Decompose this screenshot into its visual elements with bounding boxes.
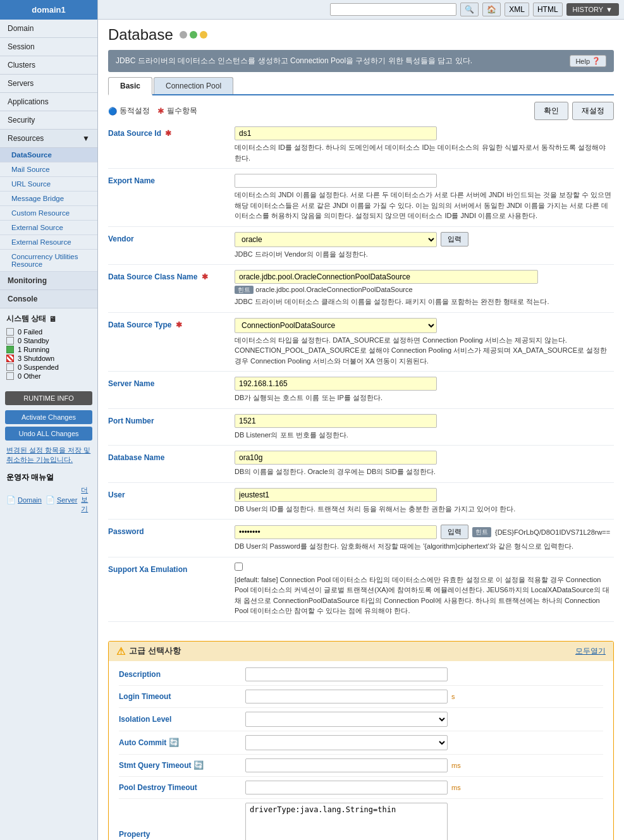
- top-search-input[interactable]: [330, 3, 456, 16]
- search-icon-button[interactable]: 🔍: [460, 3, 479, 16]
- advanced-toggle[interactable]: 모두열기: [575, 646, 606, 657]
- adv-input-login-timeout[interactable]: [245, 690, 448, 703]
- sidebar-item-external-source[interactable]: External Source: [0, 221, 97, 235]
- undo-changes-button[interactable]: Undo ALL Changes: [5, 427, 93, 441]
- field-data-source-id: Data Source Id ✱ 데이터소스의 ID를 설정한다. 하나의 도메…: [108, 126, 614, 169]
- sidebar-item-external-resource[interactable]: External Resource: [0, 235, 97, 250]
- adv-input-stmt-query-timeout[interactable]: [245, 758, 448, 772]
- form-area: 🔵 동적설정 ✱ 필수항목 확인 재설정 Data Source Id ✱ 데이…: [98, 95, 624, 633]
- form-confirm-button[interactable]: 확인: [534, 102, 568, 120]
- adv-field-pool-destroy-timeout: Pool Destroy Timeout ms: [119, 781, 603, 799]
- sidebar-domain-name[interactable]: domain1: [0, 0, 97, 20]
- adv-select-isolation-level[interactable]: [245, 712, 448, 727]
- sidebar-console[interactable]: Console: [0, 290, 97, 308]
- adv-input-description[interactable]: [245, 667, 448, 681]
- input-user[interactable]: [235, 488, 437, 502]
- field-user: User DB User의 ID를 설정한다. 트랜잭션 처리 등을 위해서는 …: [108, 488, 614, 520]
- desc-export-name: 데이터소스의 JNDI 이름을 설정한다. 서로 다른 두 데이터소스가 서로 …: [235, 190, 614, 221]
- sidebar-item-custom-resource[interactable]: Custom Resource: [0, 206, 97, 221]
- adv-label-pool-destroy-timeout: Pool Destroy Timeout: [119, 783, 245, 792]
- status-dot-shutdown: [6, 355, 14, 362]
- admin-server-link[interactable]: Server: [57, 496, 77, 504]
- adv-input-pool-destroy-timeout[interactable]: [245, 781, 448, 794]
- runtime-info-button[interactable]: RUNTIME INFO: [5, 391, 93, 405]
- label-vendor: Vendor: [108, 232, 235, 260]
- warning-icon: ⚠: [116, 645, 125, 657]
- field-vendor: Vendor oracle 입력 JDBC 드라이버 Vendor의 이름을 설…: [108, 232, 614, 265]
- tab-basic[interactable]: Basic: [108, 77, 152, 95]
- page-title: Database: [108, 26, 173, 44]
- sidebar-item-domain[interactable]: Domain: [0, 20, 97, 38]
- history-button[interactable]: HISTORY ▼: [566, 3, 619, 16]
- admin-manual-section: 운영자 매뉴얼 📄 Domain 📄 Server 더보기: [0, 467, 97, 519]
- input-database-name[interactable]: [235, 451, 437, 465]
- adv-select-auto-commit[interactable]: [245, 735, 448, 750]
- admin-domain-link[interactable]: Domain: [18, 496, 42, 504]
- tab-bar: Basic Connection Pool: [108, 77, 614, 95]
- hint-text-class-name: oracle.jdbc.pool.OracleConnectionPoolDat…: [255, 286, 412, 293]
- adv-field-isolation-level: Isolation Level: [119, 712, 603, 731]
- pending-changes-link[interactable]: 변경된 설정 항목을 저장 및 취소하는 기능입니다.: [0, 443, 97, 467]
- sidebar-item-applications[interactable]: Applications: [0, 93, 97, 111]
- input-server-name[interactable]: [235, 377, 437, 391]
- adv-label-login-timeout: Login Timeout: [119, 692, 245, 701]
- status-dot-other: [6, 372, 14, 380]
- status-item-suspended: 0 Suspended: [6, 363, 91, 371]
- select-vendor[interactable]: oracle: [235, 232, 437, 247]
- desc-data-source-type: 데이터소스의 타입을 설정한다. DATA_SOURCE로 설정하면 Conne…: [235, 335, 614, 367]
- label-data-source-type: Data Source Type ✱: [108, 318, 235, 367]
- sidebar-item-servers[interactable]: Servers: [0, 75, 97, 93]
- main-content: 🔍 🏠 XML HTML HISTORY ▼ Database JDBC 드라이…: [98, 0, 624, 840]
- adv-label-auto-commit: Auto Commit 🔄: [119, 738, 245, 747]
- field-database-name: Database Name DB의 이름을 설정한다. Oracle의 경우에는…: [108, 451, 614, 483]
- home-icon-button[interactable]: 🏠: [482, 3, 501, 16]
- adv-field-login-timeout: Login Timeout s: [119, 690, 603, 708]
- checkbox-support-xa-emulation[interactable]: [235, 563, 243, 571]
- input-data-source-class-name[interactable]: [235, 270, 538, 284]
- desc-data-source-class-name: JDBC 드라이버 데이터소스 클래스의 이름을 설정한다. 패키지 이름을 포…: [235, 296, 614, 307]
- admin-more-link[interactable]: 더보기: [81, 485, 91, 514]
- advanced-section: ⚠ 고급 선택사항 모두열기 Description Login Timeout…: [108, 641, 614, 841]
- vendor-input-button[interactable]: 입력: [441, 232, 468, 247]
- input-port-number[interactable]: [235, 414, 437, 428]
- top-bar: 🔍 🏠 XML HTML HISTORY ▼: [98, 0, 624, 20]
- sidebar-monitoring[interactable]: Monitoring: [0, 272, 97, 290]
- status-item-shutdown: 3 Shutdown: [6, 355, 91, 362]
- desc-database-name: DB의 이름을 설정한다. Oracle의 경우에는 DB의 SID를 설정한다…: [235, 466, 614, 477]
- field-data-source-class-name: Data Source Class Name ✱ 힌트 oracle.jdbc.…: [108, 270, 614, 313]
- label-data-source-class-name: Data Source Class Name ✱: [108, 270, 235, 307]
- help-button[interactable]: Help ❓: [570, 55, 606, 67]
- desc-password: DB User의 Password를 설정한다. 암호화해서 저장할 때에는 '…: [235, 541, 614, 552]
- password-input-button[interactable]: 입력: [441, 525, 468, 539]
- banner-text: JDBC 드라이버의 데이터소스 인스턴스를 생성하고 Connection P…: [116, 56, 472, 66]
- sidebar-item-security[interactable]: Security: [0, 111, 97, 130]
- field-data-source-type: Data Source Type ✱ ConnectionPoolDataSou…: [108, 318, 614, 372]
- sidebar-item-mail-source[interactable]: Mail Source: [0, 162, 97, 177]
- sidebar-item-concurrency[interactable]: Concurrency Utilities Resource: [0, 250, 97, 272]
- advanced-header[interactable]: ⚠ 고급 선택사항 모두열기: [109, 642, 613, 661]
- sidebar-item-message-bridge[interactable]: Message Bridge: [0, 192, 97, 206]
- sidebar-item-session[interactable]: Session: [0, 38, 97, 56]
- status-item-other: 0 Other: [6, 372, 91, 380]
- sidebar-item-resources[interactable]: Resources ▼: [0, 130, 97, 148]
- activate-changes-button[interactable]: Activate Changes: [5, 410, 93, 424]
- hint-badge-class-name: 힌트: [235, 286, 254, 294]
- sidebar-item-clusters[interactable]: Clusters: [0, 56, 97, 75]
- sidebar-item-url-source[interactable]: URL Source: [0, 177, 97, 192]
- hint-badge-password: 힌트: [472, 527, 491, 537]
- input-password[interactable]: [235, 525, 437, 539]
- auto-commit-sync-icon[interactable]: 🔄: [169, 738, 179, 747]
- desc-vendor: JDBC 드라이버 Vendor의 이름을 설정한다.: [235, 249, 614, 260]
- form-reset-button[interactable]: 재설정: [572, 102, 614, 120]
- adv-textarea-property[interactable]: driverType:java.lang.String=thin: [245, 803, 448, 841]
- input-export-name[interactable]: [235, 174, 437, 188]
- page-banner: JDBC 드라이버의 데이터소스 인스턴스를 생성하고 Connection P…: [108, 50, 614, 72]
- select-data-source-type[interactable]: ConnectionPoolDataSource: [235, 318, 437, 333]
- tab-connection-pool[interactable]: Connection Pool: [154, 77, 233, 94]
- input-data-source-id[interactable]: [235, 126, 437, 140]
- html-icon-button[interactable]: HTML: [533, 3, 563, 16]
- stmt-query-timeout-sync-icon[interactable]: 🔄: [193, 760, 204, 770]
- label-data-source-id: Data Source Id ✱: [108, 126, 235, 163]
- sidebar-item-datasource[interactable]: DataSource: [0, 148, 97, 162]
- xml-icon-button[interactable]: XML: [505, 3, 529, 16]
